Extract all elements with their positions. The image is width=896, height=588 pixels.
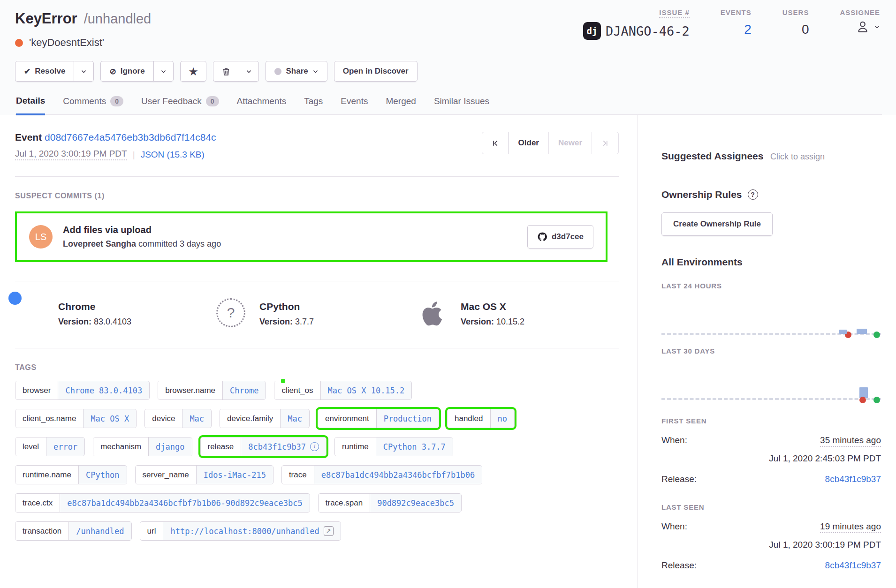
context-name: CPython: [259, 301, 314, 312]
newer-event-button[interactable]: Newer: [548, 132, 592, 154]
tab-comments[interactable]: Comments0: [63, 96, 123, 114]
tag-pill-runtime[interactable]: runtimeCPython 3.7.7: [334, 437, 453, 456]
click-to-assign-hint[interactable]: Click to assign: [770, 152, 825, 161]
latest-event-button[interactable]: [592, 132, 619, 154]
tag-pill-url[interactable]: urlhttp://localhost:8000/unhandled↗: [140, 521, 341, 541]
chevron-down-icon: [312, 68, 319, 75]
tag-pill-level[interactable]: levelerror: [15, 437, 85, 456]
first-seen-relative[interactable]: 35 minutes ago: [820, 435, 881, 447]
chevron-down-icon: [246, 68, 252, 75]
tab-merged[interactable]: Merged: [386, 96, 416, 114]
stat-events: EVENTS 2: [721, 8, 752, 40]
first-seen-section: FIRST SEEN When: 35 minutes ago Jul 1, 2…: [661, 417, 881, 484]
commit-title: Add files via upload: [63, 225, 527, 235]
tag-pill-transaction[interactable]: transaction/unhandled: [15, 521, 132, 541]
events-label: EVENTS: [721, 8, 752, 16]
last-seen-marker-icon: [873, 332, 880, 338]
tag-pill-mechanism[interactable]: mechanismdjango: [93, 437, 192, 456]
when-label: When:: [661, 435, 687, 445]
create-ownership-rule-button[interactable]: Create Ownership Rule: [661, 212, 773, 236]
external-link-icon[interactable]: ↗: [324, 526, 334, 536]
tab-similar-issues[interactable]: Similar Issues: [434, 96, 489, 114]
info-icon[interactable]: i: [310, 442, 319, 451]
tab-events[interactable]: Events: [341, 96, 368, 114]
apple-icon: [418, 298, 448, 329]
suspect-commits-section: SUSPECT COMMITS (1) LS Add files via upl…: [15, 176, 619, 262]
main-content: Event d08d7667e4a5476eb3b3db6d7f14c84c J…: [0, 115, 638, 588]
spark-30d: [661, 359, 881, 405]
tag-pill-browser-name[interactable]: browser.nameChrome: [158, 381, 266, 400]
tag-pill-trace-span[interactable]: trace.span90d892c9eace3bc5: [318, 493, 462, 513]
commit-meta: committed 3 days ago: [136, 239, 221, 249]
resolve-dropdown-button[interactable]: [74, 61, 94, 82]
avatar: LS: [29, 225, 53, 249]
context-runtime: ? CPython Version: 3.7.7: [216, 298, 418, 329]
ignore-dropdown-button[interactable]: [153, 61, 174, 82]
tag-pill-client-os-name[interactable]: client_os.nameMac OS X: [15, 409, 137, 428]
tab-attachments[interactable]: Attachments: [237, 96, 287, 114]
chevron-down-icon: [160, 68, 167, 75]
when-label: When:: [661, 521, 687, 532]
star-icon: ★: [189, 67, 198, 76]
tab-user-feedback[interactable]: User Feedback0: [141, 96, 219, 114]
resolve-button[interactable]: ✔ Resolve: [15, 61, 74, 82]
event-id-link[interactable]: d08d7667e4a5476eb3b3db6d7f14c84c: [45, 132, 216, 143]
older-event-button[interactable]: Older: [509, 132, 549, 154]
tag-pill-device-family[interactable]: device.familyMac: [220, 409, 310, 428]
contexts-section: Chrome Version: 83.0.4103 ? CPython Vers…: [15, 281, 619, 348]
help-icon[interactable]: ?: [748, 189, 758, 200]
last-seen-heading: LAST SEEN: [661, 503, 881, 511]
event-json-link[interactable]: JSON (15.3 KB): [141, 150, 205, 160]
tag-pill-trace-ctx[interactable]: trace.ctxe8c87ba1dc494bb2a4346bcfbf7b1b0…: [15, 493, 310, 513]
feedback-count-badge: 0: [206, 96, 219, 106]
event-timestamp[interactable]: Jul 1, 2020 3:00:19 PM PDT: [15, 149, 127, 160]
context-version: 10.15.2: [496, 317, 524, 326]
all-environments-title: All Environments: [661, 256, 881, 268]
share-button[interactable]: Share: [266, 61, 327, 82]
context-version: 3.7.7: [295, 317, 314, 326]
events-count[interactable]: 2: [744, 22, 752, 37]
assignee-dropdown[interactable]: [855, 19, 880, 34]
tag-pill-device[interactable]: deviceMac: [144, 409, 212, 428]
context-version: 83.0.4103: [94, 317, 131, 326]
first-seen-heading: FIRST SEEN: [661, 417, 881, 425]
assignee-label: ASSIGNEE: [840, 8, 880, 16]
suspect-commits-heading: SUSPECT COMMITS (1): [15, 177, 619, 200]
tag-pill-runtime-name[interactable]: runtime.nameCPython: [15, 465, 127, 484]
tag-pill-environment[interactable]: environmentProduction: [318, 409, 439, 428]
oldest-event-button[interactable]: [482, 132, 509, 154]
tag-pill-client-os[interactable]: client_osMac OS X 10.15.2: [274, 381, 412, 400]
release-label: Release:: [661, 474, 697, 484]
event-header: Event d08d7667e4a5476eb3b3db6d7f14c84c J…: [15, 115, 619, 176]
tab-details[interactable]: Details: [16, 96, 45, 115]
django-project-icon: dj: [583, 22, 601, 40]
ownership-rules-title: Ownership Rules: [661, 189, 742, 200]
delete-dropdown-button[interactable]: [239, 61, 259, 82]
tab-tags[interactable]: Tags: [304, 96, 323, 114]
first-seen-absolute: Jul 1, 2020 2:45:03 PM PDT: [661, 453, 881, 464]
commit-row: LS Add files via upload Lovepreet Sangha…: [17, 213, 606, 260]
bookmark-button[interactable]: ★: [180, 61, 207, 82]
tag-pill-browser[interactable]: browserChrome 83.0.4103: [15, 381, 150, 400]
tag-pill-server-name[interactable]: server_nameIdos-iMac-215: [135, 465, 273, 484]
spark-24h-bar: [839, 330, 847, 334]
ignore-button[interactable]: ⊘ Ignore: [100, 61, 153, 82]
comments-count-badge: 0: [110, 96, 123, 106]
event-pagination: Older Newer: [482, 132, 619, 154]
open-in-discover-button[interactable]: Open in Discover: [334, 61, 418, 82]
tag-pill-release[interactable]: release8cb43f1c9b37i: [200, 437, 327, 456]
last-seen-release-link[interactable]: 8cb43f1c9b37: [825, 560, 881, 571]
spark-30d-baseline: [661, 398, 881, 400]
spark-24h: [661, 294, 881, 339]
commit-sha-button[interactable]: d3d7cee: [527, 225, 593, 249]
check-icon: ✔: [24, 68, 30, 75]
tag-pill-handled[interactable]: handledno: [447, 409, 515, 428]
suggested-assignees-title: Suggested Assignees: [661, 151, 763, 161]
first-seen-release-link[interactable]: 8cb43f1c9b37: [825, 474, 881, 484]
delete-button[interactable]: [213, 61, 239, 82]
tag-pill-trace[interactable]: tracee8c87ba1dc494bb2a4346bcfbf7b1b06: [281, 465, 482, 484]
cursor-dot: [281, 379, 285, 383]
last-seen-relative[interactable]: 19 minutes ago: [820, 521, 881, 533]
users-count[interactable]: 0: [802, 22, 809, 37]
action-toolbar: ✔ Resolve ⊘ Ignore ★: [15, 61, 882, 82]
